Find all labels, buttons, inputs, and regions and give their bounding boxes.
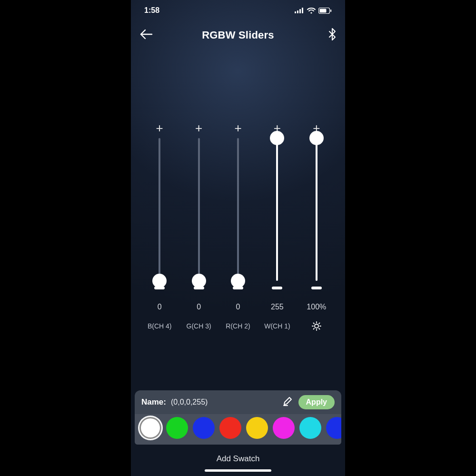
bluetooth-icon [328, 28, 337, 42]
slider-track[interactable] [221, 138, 255, 281]
slider-value: 0 [236, 303, 240, 313]
swatch-5[interactable] [273, 417, 295, 439]
edit-name-button[interactable] [281, 396, 294, 408]
slider-label: B(CH 4) [148, 321, 172, 331]
swatch-3[interactable] [219, 417, 241, 439]
slider-column-3: +255W(CH 1) [260, 121, 294, 376]
slider-minus-button[interactable] [311, 287, 322, 289]
svg-rect-0 [295, 11, 296, 13]
svg-rect-7 [330, 10, 331, 12]
status-bar: 1:58 [131, 0, 345, 21]
slider-column-2: +0R(CH 2) [221, 121, 255, 376]
slider-thumb[interactable] [152, 274, 167, 288]
slider-thumb[interactable] [192, 274, 206, 288]
svg-point-8 [315, 324, 318, 328]
slider-track[interactable] [181, 138, 216, 281]
svg-rect-1 [297, 10, 298, 13]
slider-column-0: +0B(CH 4) [142, 121, 177, 376]
name-value: (0,0,0,255) [171, 398, 208, 407]
slider-track[interactable] [299, 138, 334, 281]
status-time: 1:58 [144, 6, 159, 15]
swatch-6[interactable] [299, 417, 321, 439]
slider-track[interactable] [142, 138, 177, 281]
slider-track[interactable] [260, 138, 294, 281]
sliders-container: +0B(CH 4)+0G(CH 3)+0R(CH 2)+255W(CH 1)+1… [131, 50, 345, 376]
page-title: RGBW Sliders [202, 29, 274, 41]
slider-plus-button[interactable]: + [234, 121, 241, 135]
slider-plus-button[interactable]: + [156, 121, 163, 135]
slider-label: G(CH 3) [187, 321, 211, 331]
slider-column-4: +100% [299, 121, 334, 376]
swatch-row[interactable] [135, 414, 341, 445]
nav-bar: RGBW Sliders [131, 21, 345, 50]
name-row: Name: (0,0,0,255) Apply [135, 390, 341, 414]
slider-track-fill [276, 138, 278, 281]
slider-value: 255 [271, 303, 284, 313]
slider-plus-button[interactable]: + [195, 121, 202, 135]
slider-track-bg [198, 138, 200, 281]
slider-label: R(CH 2) [226, 321, 250, 331]
slider-minus-button[interactable] [272, 287, 282, 289]
svg-rect-2 [299, 9, 301, 13]
slider-value: 0 [158, 303, 162, 313]
slider-track-bg [237, 138, 239, 281]
swatch-0[interactable] [139, 417, 161, 439]
home-indicator[interactable] [205, 469, 271, 472]
back-button[interactable] [139, 29, 159, 42]
wifi-icon [307, 8, 316, 14]
name-label: Name: [141, 397, 166, 407]
bottom-panel: Name: (0,0,0,255) Apply [135, 390, 341, 445]
edit-icon [282, 396, 293, 408]
slider-thumb[interactable] [309, 131, 324, 145]
bluetooth-button[interactable] [317, 28, 337, 42]
swatch-4[interactable] [246, 417, 268, 439]
slider-value: 0 [197, 303, 201, 313]
svg-rect-6 [320, 9, 327, 12]
svg-point-4 [310, 12, 312, 13]
slider-thumb[interactable] [270, 131, 284, 145]
apply-button[interactable]: Apply [298, 395, 335, 409]
arrow-left-icon [139, 29, 153, 42]
svg-rect-3 [302, 8, 303, 13]
phone-frame: 1:58 RGBW Sliders +0B(CH 4)+0G(C [131, 0, 345, 476]
slider-track-fill [316, 138, 317, 281]
brightness-icon [312, 321, 321, 331]
slider-label: W(CH 1) [264, 321, 290, 331]
slider-track-bg [159, 138, 160, 281]
cellular-signal-icon [295, 8, 304, 13]
slider-value: 100% [307, 303, 326, 313]
slider-thumb[interactable] [231, 274, 245, 288]
battery-icon [318, 8, 332, 14]
swatch-1[interactable] [166, 417, 188, 439]
status-right [295, 8, 332, 14]
swatch-7[interactable] [326, 417, 341, 439]
swatch-2[interactable] [193, 417, 215, 439]
slider-column-1: +0G(CH 3) [181, 121, 216, 376]
